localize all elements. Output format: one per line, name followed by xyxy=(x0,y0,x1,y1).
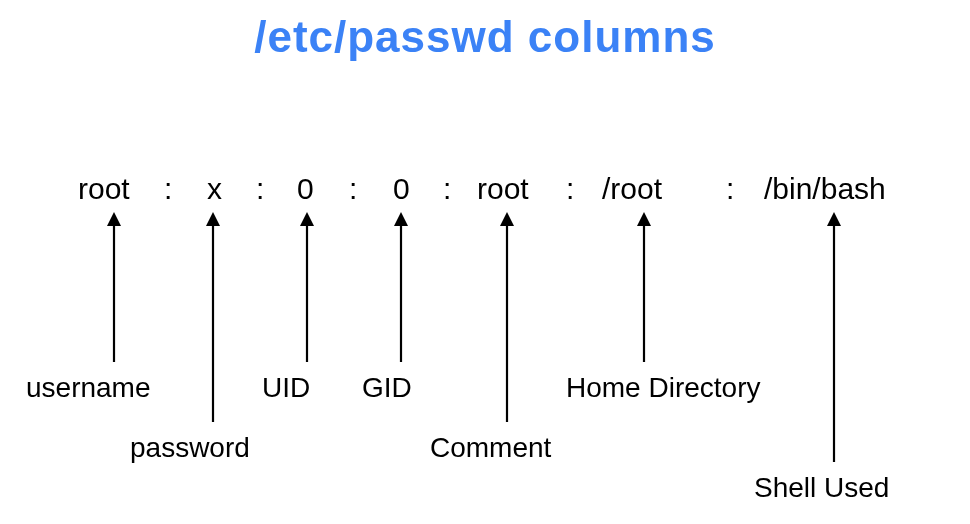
field-uid: 0 xyxy=(297,172,314,206)
colon-separator: : xyxy=(349,172,357,206)
svg-marker-7 xyxy=(394,212,408,226)
field-home: /root xyxy=(602,172,662,206)
label-comment: Comment xyxy=(430,432,551,464)
field-gid: 0 xyxy=(393,172,410,206)
field-username: root xyxy=(78,172,130,206)
colon-separator: : xyxy=(256,172,264,206)
field-comment: root xyxy=(477,172,529,206)
label-home: Home Directory xyxy=(566,372,760,404)
colon-separator: : xyxy=(726,172,734,206)
arrow-comment xyxy=(497,212,517,422)
label-username: username xyxy=(26,372,151,404)
arrow-gid xyxy=(391,212,411,362)
arrow-shell xyxy=(824,212,844,462)
diagram-title: /etc/passwd columns xyxy=(0,12,970,62)
colon-separator: : xyxy=(164,172,172,206)
svg-marker-13 xyxy=(827,212,841,226)
colon-separator: : xyxy=(566,172,574,206)
field-password: x xyxy=(207,172,222,206)
colon-separator: : xyxy=(443,172,451,206)
svg-marker-9 xyxy=(500,212,514,226)
label-shell: Shell Used xyxy=(754,472,889,504)
label-gid: GID xyxy=(362,372,412,404)
field-shell: /bin/bash xyxy=(764,172,886,206)
arrow-home xyxy=(634,212,654,362)
arrow-uid xyxy=(297,212,317,362)
svg-marker-11 xyxy=(637,212,651,226)
svg-marker-5 xyxy=(300,212,314,226)
arrow-password xyxy=(203,212,223,422)
svg-marker-3 xyxy=(206,212,220,226)
label-password: password xyxy=(130,432,250,464)
svg-marker-1 xyxy=(107,212,121,226)
label-uid: UID xyxy=(262,372,310,404)
arrow-username xyxy=(104,212,124,362)
